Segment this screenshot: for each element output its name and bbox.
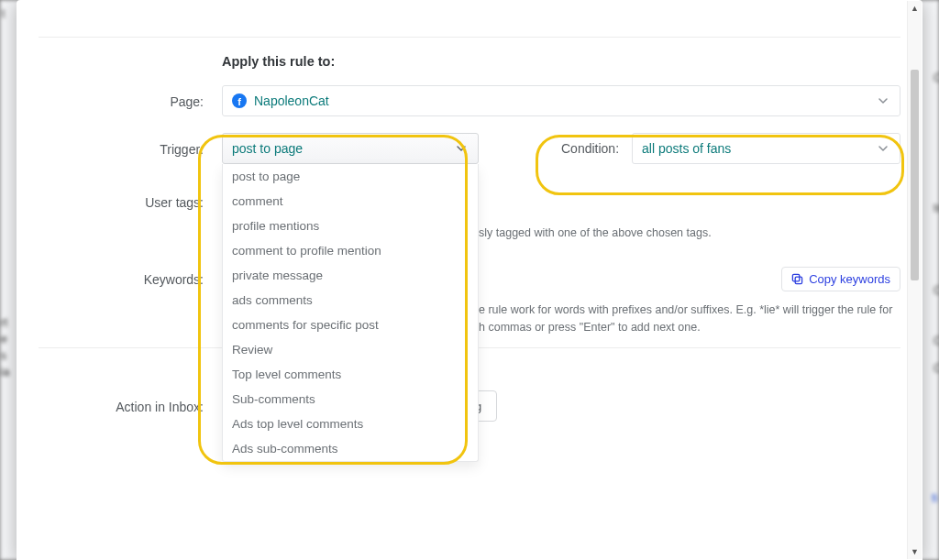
svg-rect-1 <box>793 274 800 280</box>
facebook-icon <box>232 93 247 108</box>
trigger-select-value: post to page <box>232 141 303 156</box>
trigger-option[interactable]: comments for specific post <box>223 313 478 337</box>
label-page: Page: <box>39 85 222 109</box>
page-select-value: NapoleonCat <box>254 93 329 108</box>
trigger-option[interactable]: profile mentions <box>223 214 478 238</box>
trigger-select[interactable]: post to page <box>222 133 479 164</box>
trigger-option[interactable]: Top level comments <box>223 362 478 387</box>
chevron-down-icon <box>878 95 889 106</box>
label-user-tags: User tags: <box>39 171 222 210</box>
label-condition: Condition: <box>561 141 619 156</box>
trigger-option[interactable]: Sub-comments <box>223 387 478 412</box>
condition-select-value: all posts of fans <box>642 141 731 156</box>
trigger-option[interactable]: ads comments <box>223 288 478 313</box>
trigger-option[interactable]: Ads sub-comments <box>223 436 478 461</box>
keywords-hint-1: e rule work for words with prefixes and/… <box>479 303 892 316</box>
divider <box>39 37 900 38</box>
trigger-option[interactable]: Review <box>223 337 478 362</box>
trigger-option[interactable]: comment to profile mention <box>223 238 478 263</box>
trigger-option[interactable]: post to page <box>223 164 478 189</box>
copy-keywords-label: Copy keywords <box>809 272 890 286</box>
svg-rect-0 <box>795 277 801 283</box>
copy-icon <box>791 273 803 285</box>
trigger-option[interactable]: comment <box>223 189 478 214</box>
trigger-option[interactable]: private message <box>223 263 478 288</box>
trigger-option[interactable]: Ads top level comments <box>223 412 478 436</box>
chevron-down-icon <box>878 143 889 154</box>
chevron-down-icon <box>456 143 467 154</box>
copy-keywords-button[interactable]: Copy keywords <box>781 267 900 291</box>
page-select[interactable]: NapoleonCat <box>222 85 900 116</box>
user-tags-note: sly tagged with one of the above chosen … <box>479 217 712 242</box>
trigger-dropdown[interactable]: post to pagecommentprofile mentionscomme… <box>222 164 479 462</box>
label-trigger: Trigger: <box>39 133 222 157</box>
condition-select[interactable]: all posts of fans <box>632 133 900 164</box>
keywords-hint-2: h commas or press "Enter" to add next on… <box>479 321 701 334</box>
rule-modal: ▲ ▼ Apply this rule to: Page: <box>17 0 922 560</box>
section-apply-rule: Apply this rule to: <box>222 54 900 69</box>
label-action-inbox: Action in Inbox: <box>39 390 222 414</box>
label-keywords: Keywords: <box>39 263 222 287</box>
